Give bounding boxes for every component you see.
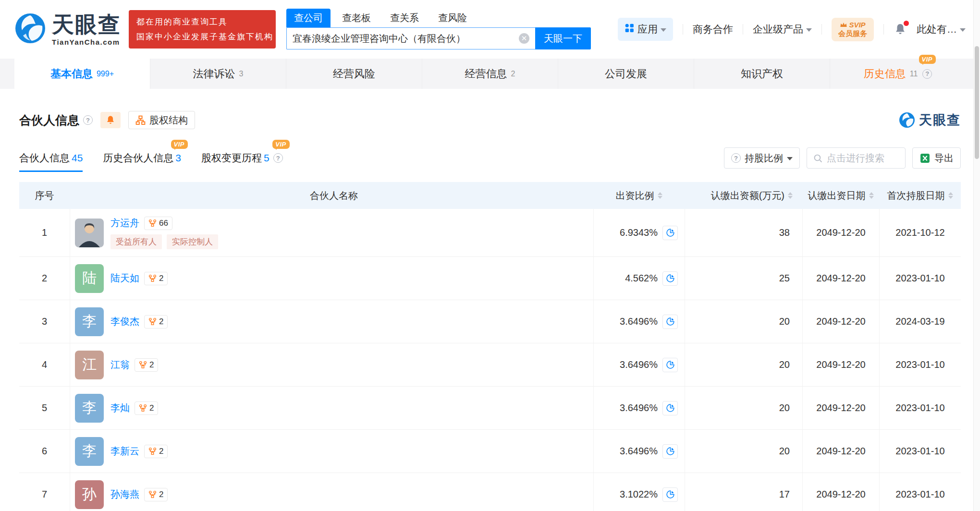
partner-name-link[interactable]: 李俊杰 — [110, 315, 139, 328]
help-icon[interactable]: ? — [83, 115, 93, 125]
partner-subtab-2[interactable]: 股权变更历程5VIP? — [201, 151, 283, 165]
pie-chart-button[interactable] — [662, 271, 678, 286]
col-header-amount[interactable]: 认缴出资额(万元) — [685, 189, 802, 202]
logo-title: 天眼查 — [52, 13, 121, 36]
menu-divider — [883, 24, 884, 35]
partner-photo-avatar[interactable] — [75, 219, 104, 247]
partner-tabs-row: 合伙人信息45历史合伙人信息3VIP股权变更历程5VIP? ? 持股比例 — [19, 146, 961, 170]
col-header-ratio[interactable]: 出资比例 — [593, 189, 685, 202]
table-header-row: 序号 合伙人名称 出资比例 认缴出资额(万元) 认缴出资日期 首次持股日期 — [19, 182, 961, 209]
nav-tab-3[interactable]: 经营信息2 — [422, 59, 558, 89]
search-tab-1[interactable]: 查老板 — [334, 9, 379, 27]
nav-tab-count: 3 — [239, 70, 244, 78]
subscribe-date-cell: 2049-12-20 — [802, 387, 879, 429]
partner-tag: 实际控制人 — [167, 234, 218, 249]
relation-count-badge[interactable]: 2 — [144, 272, 168, 285]
help-icon[interactable]: ? — [273, 153, 283, 163]
equity-structure-button[interactable]: 股权结构 — [128, 111, 195, 129]
table-row: 1方运舟66受益所有人实际控制人6.9343%382049-12-202021-… — [19, 209, 961, 257]
relation-count-badge[interactable]: 2 — [144, 445, 168, 458]
nav-tab-count: 2 — [511, 70, 515, 78]
nav-tab-5[interactable]: 知识产权 — [694, 59, 830, 89]
sort-icon[interactable] — [788, 192, 793, 199]
first-date-cell: 2023-01-10 — [879, 387, 961, 429]
pie-chart-button[interactable] — [662, 487, 678, 502]
nav-tab-6[interactable]: 历史信息11?VIP — [830, 59, 966, 89]
nav-tab-0[interactable]: 基本信息999+ — [14, 59, 150, 89]
sort-icon[interactable] — [658, 192, 662, 199]
search-tab-3[interactable]: 查风险 — [430, 9, 475, 27]
partner-subtab-0[interactable]: 合伙人信息45 — [19, 151, 83, 165]
search-row: ✕ 天眼一下 — [286, 27, 591, 49]
relation-count-badge[interactable]: 2 — [144, 315, 168, 328]
help-icon: ? — [731, 153, 741, 163]
user-account-label: 此处有… — [917, 23, 957, 36]
enterprise-products-menu[interactable]: 企业级产品 — [753, 23, 812, 36]
partner-letter-avatar[interactable]: 李 — [75, 307, 104, 336]
svip-member-badge[interactable]: SVIP 会员服务 — [832, 18, 874, 41]
partner-subtab-1[interactable]: 历史合伙人信息3VIP — [103, 151, 181, 165]
partner-letter-avatar[interactable]: 李 — [75, 437, 104, 466]
col-header-first-date[interactable]: 首次持股日期 — [879, 189, 961, 202]
notification-dot — [904, 21, 909, 26]
nav-tab-4[interactable]: 公司发展 — [558, 59, 694, 89]
relation-count-badge[interactable]: 66 — [144, 217, 172, 230]
partner-letter-avatar[interactable]: 陆 — [75, 264, 104, 293]
sort-icon[interactable] — [869, 192, 874, 199]
nav-tab-2[interactable]: 经营风险 — [286, 59, 422, 89]
business-cooperation-link[interactable]: 商务合作 — [693, 23, 733, 36]
subtab-label: 合伙人信息 — [19, 151, 70, 165]
row-index: 7 — [19, 473, 70, 511]
partner-letter-avatar[interactable]: 孙 — [75, 480, 104, 509]
subscribe-date-cell: 2049-12-20 — [802, 257, 879, 300]
col-header-subscribe-date[interactable]: 认缴出资日期 — [802, 189, 879, 202]
tianyancha-logo[interactable]: 天眼查 TianYanCha.com — [14, 12, 121, 46]
pie-chart-button[interactable] — [662, 444, 678, 459]
holding-ratio-filter[interactable]: ? 持股比例 — [724, 147, 800, 169]
relation-graph-icon — [148, 274, 157, 282]
nav-tab-label: 经营风险 — [333, 67, 375, 81]
help-icon[interactable]: ? — [922, 69, 932, 79]
row-index: 2 — [19, 257, 70, 300]
partner-letter-avatar[interactable]: 江 — [75, 351, 104, 379]
search-tab-2[interactable]: 查关系 — [382, 9, 427, 27]
pie-chart-icon — [666, 490, 675, 499]
notification-bell[interactable] — [894, 23, 907, 36]
scrollbar-track[interactable] — [973, 0, 980, 511]
partner-name-link[interactable]: 江翁 — [110, 358, 130, 371]
partner-name-link[interactable]: 孙海燕 — [110, 488, 139, 501]
subscribe-bell-button[interactable] — [100, 112, 121, 128]
user-account-menu[interactable]: 此处有… — [917, 23, 966, 36]
search-tab-0[interactable]: 查公司 — [286, 9, 331, 27]
partner-name-link[interactable]: 李新云 — [110, 445, 139, 458]
nav-tab-label: 公司发展 — [605, 67, 647, 81]
partner-tags: 受益所有人实际控制人 — [110, 234, 218, 249]
search-button[interactable]: 天眼一下 — [535, 27, 591, 49]
search-input[interactable] — [293, 33, 519, 44]
table-search-input[interactable] — [827, 153, 899, 164]
promo-banner-line1: 都在用的商业查询工具 — [136, 16, 268, 27]
ratio-value: 6.9343% — [620, 227, 658, 238]
apps-menu[interactable]: 应用 — [618, 18, 673, 41]
relation-count-badge[interactable]: 2 — [144, 488, 168, 501]
partner-name-link[interactable]: 陆天如 — [110, 272, 139, 285]
export-button[interactable]: 导出 — [912, 147, 961, 169]
pie-chart-icon — [666, 274, 675, 283]
pie-chart-button[interactable] — [662, 226, 678, 240]
clear-search-icon[interactable]: ✕ — [519, 33, 529, 44]
sort-icon[interactable] — [948, 192, 953, 199]
search-box: 查公司查老板查关系查风险 ✕ 天眼一下 — [286, 9, 591, 49]
subtab-count: 3 — [175, 152, 181, 164]
pie-chart-button[interactable] — [662, 401, 678, 415]
scrollbar-thumb[interactable] — [975, 46, 979, 159]
nav-tab-1[interactable]: 法律诉讼3 — [150, 59, 286, 89]
partner-name-link[interactable]: 李灿 — [110, 402, 130, 414]
pie-chart-button[interactable] — [662, 315, 678, 329]
relation-count-badge[interactable]: 2 — [135, 402, 158, 415]
relation-count-badge[interactable]: 2 — [135, 358, 158, 372]
pie-chart-button[interactable] — [662, 358, 678, 372]
partner-name-link[interactable]: 方运舟 — [110, 217, 139, 230]
subtab-count: 45 — [72, 152, 83, 164]
subtab-label: 历史合伙人信息 — [103, 151, 173, 165]
partner-letter-avatar[interactable]: 李 — [75, 394, 104, 423]
